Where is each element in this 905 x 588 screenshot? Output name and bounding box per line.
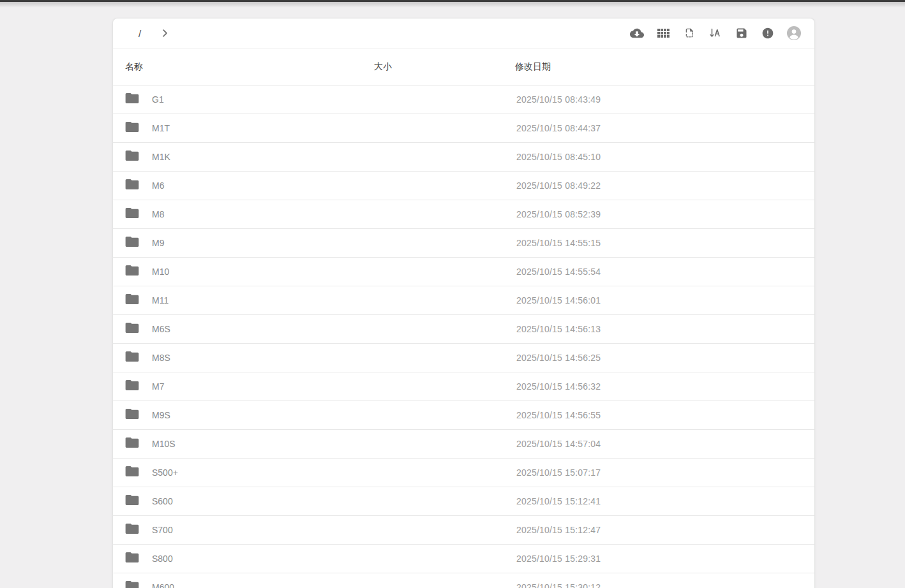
alert-icon[interactable]	[760, 26, 775, 41]
window-top-edge	[0, 0, 905, 2]
file-modified-date: 2025/10/15 15:12:41	[516, 496, 601, 506]
folder-icon	[125, 150, 139, 164]
table-row[interactable]: M6 2025/10/15 08:49:22	[113, 172, 814, 200]
file-name: G1	[152, 94, 164, 105]
table-row[interactable]: M10S 2025/10/15 14:57:04	[113, 430, 814, 459]
folder-icon	[125, 523, 139, 537]
table-row[interactable]: M600 2025/10/15 15:30:12	[113, 573, 814, 588]
file-name: M9	[152, 238, 164, 248]
folder-icon	[125, 351, 139, 365]
table-row[interactable]: G1 2025/10/15 08:43:49	[113, 85, 814, 114]
user-avatar-icon[interactable]	[786, 26, 802, 41]
table-row[interactable]: M8 2025/10/15 08:52:39	[113, 200, 814, 229]
table-row[interactable]: S500+ 2025/10/15 15:07:17	[113, 459, 814, 487]
table-header: 名称 大小 修改日期	[113, 48, 814, 85]
table-row[interactable]: M6S 2025/10/15 14:56:13	[113, 315, 814, 344]
file-name: M10	[152, 267, 169, 277]
folder-icon	[125, 494, 139, 508]
table-row[interactable]: M1K 2025/10/15 08:45:10	[113, 143, 814, 172]
file-modified-date: 2025/10/15 15:07:17	[516, 467, 601, 478]
table-row[interactable]: M1T 2025/10/15 08:44:37	[113, 114, 814, 143]
file-name: M10S	[152, 439, 176, 449]
file-name: S700	[152, 525, 173, 535]
file-modified-date: 2025/10/15 14:56:01	[516, 295, 601, 305]
file-name: M6	[152, 180, 164, 191]
chevron-right-icon	[159, 27, 170, 39]
file-name: M1T	[152, 123, 170, 133]
file-name: M6S	[152, 324, 170, 334]
table-row[interactable]: M9S 2025/10/15 14:56:55	[113, 401, 814, 430]
file-modified-date: 2025/10/15 08:52:39	[516, 209, 601, 219]
file-name: S800	[152, 554, 173, 564]
folder-icon	[125, 408, 139, 422]
folder-icon	[125, 466, 139, 480]
grid-view-icon[interactable]	[655, 26, 671, 41]
table-row[interactable]: S800 2025/10/15 15:29:31	[113, 545, 814, 573]
table-row[interactable]: M8S 2025/10/15 14:56:25	[113, 344, 814, 372]
folder-icon	[125, 207, 139, 221]
file-modified-date: 2025/10/15 08:49:22	[516, 180, 601, 191]
file-name: S600	[152, 496, 173, 506]
breadcrumb-root[interactable]: /	[138, 28, 141, 39]
file-dashed-icon[interactable]	[682, 26, 697, 41]
file-name: M8	[152, 209, 164, 219]
file-modified-date: 2025/10/15 14:56:32	[516, 381, 601, 392]
file-modified-date: 2025/10/15 14:57:04	[516, 439, 601, 449]
column-header-size[interactable]: 大小	[374, 61, 392, 73]
file-name: M7	[152, 381, 164, 392]
folder-icon	[125, 322, 139, 336]
column-header-name[interactable]: 名称	[125, 61, 143, 73]
file-name: M9S	[152, 410, 170, 420]
toolbar: /	[113, 18, 814, 48]
file-modified-date: 2025/10/15 14:55:15	[516, 238, 601, 248]
file-modified-date: 2025/10/15 08:43:49	[516, 94, 601, 105]
folder-icon	[125, 580, 139, 588]
file-list: G1 2025/10/15 08:43:49 M1T 2025/10/15 08…	[113, 85, 814, 588]
save-icon[interactable]	[734, 26, 749, 41]
column-header-modified[interactable]: 修改日期	[515, 61, 551, 73]
file-modified-date: 2025/10/15 08:45:10	[516, 152, 601, 162]
file-modified-date: 2025/10/15 14:56:13	[516, 324, 601, 334]
window-top-shadow	[0, 2, 905, 8]
file-name: M600	[152, 582, 174, 588]
folder-icon	[125, 179, 139, 193]
sort-descending-icon[interactable]	[708, 26, 723, 41]
table-row[interactable]: S600 2025/10/15 15:12:41	[113, 487, 814, 516]
file-modified-date: 2025/10/15 14:55:54	[516, 267, 601, 277]
folder-icon	[125, 236, 139, 250]
table-row[interactable]: M11 2025/10/15 14:56:01	[113, 286, 814, 315]
folder-icon	[125, 92, 139, 107]
folder-icon	[125, 552, 139, 566]
cloud-download-icon[interactable]	[629, 26, 645, 41]
file-modified-date: 2025/10/15 15:29:31	[516, 554, 601, 564]
file-name: M8S	[152, 353, 170, 363]
file-modified-date: 2025/10/15 14:56:25	[516, 353, 601, 363]
table-row[interactable]: S700 2025/10/15 15:12:47	[113, 516, 814, 545]
table-row[interactable]: M10 2025/10/15 14:55:54	[113, 258, 814, 286]
table-row[interactable]: M7 2025/10/15 14:56:32	[113, 372, 814, 401]
folder-icon	[125, 121, 139, 135]
file-modified-date: 2025/10/15 08:44:37	[516, 123, 601, 133]
folder-icon	[125, 293, 139, 307]
table-row[interactable]: M9 2025/10/15 14:55:15	[113, 229, 814, 258]
folder-icon	[125, 379, 139, 393]
file-manager-panel: /	[112, 18, 815, 588]
file-name: M11	[152, 295, 168, 305]
file-modified-date: 2025/10/15 14:56:55	[516, 410, 601, 420]
file-name: S500+	[152, 467, 178, 478]
file-name: M1K	[152, 152, 170, 162]
file-modified-date: 2025/10/15 15:30:12	[516, 582, 601, 588]
folder-icon	[125, 437, 139, 451]
folder-icon	[125, 265, 139, 279]
file-modified-date: 2025/10/15 15:12:47	[516, 525, 601, 535]
